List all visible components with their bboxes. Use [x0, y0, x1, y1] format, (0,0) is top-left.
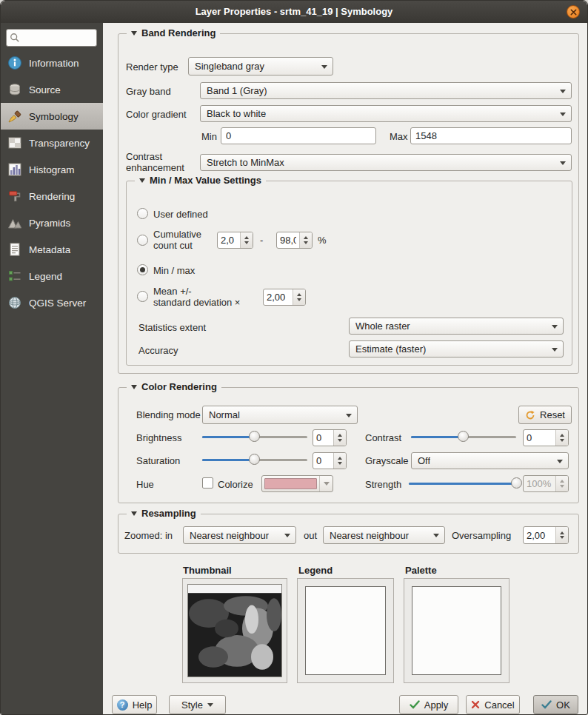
collapse-triangle-icon[interactable]: [131, 511, 137, 516]
search-input[interactable]: [23, 32, 93, 44]
gray-band-combobox[interactable]: Band 1 (Gray): [200, 82, 572, 99]
strength-spinbox[interactable]: [523, 475, 569, 492]
spin-input[interactable]: [264, 289, 293, 305]
close-button[interactable]: [567, 5, 580, 19]
blending-mode-combobox[interactable]: Normal: [202, 406, 358, 424]
saturation-slider[interactable]: [202, 454, 307, 466]
spin-up-icon[interactable]: [297, 291, 301, 296]
contrast-slider[interactable]: [411, 431, 516, 443]
spin-buttons: [555, 476, 568, 491]
max-input[interactable]: [410, 127, 572, 144]
spin-up-icon[interactable]: [244, 234, 249, 239]
brightness-spinbox[interactable]: [313, 429, 347, 446]
sidebar-search[interactable]: [6, 29, 97, 47]
spin-up-icon[interactable]: [338, 432, 342, 437]
sidebar-item-rendering[interactable]: Rendering: [1, 183, 103, 209]
spin-input[interactable]: [313, 453, 333, 469]
symbology-icon: [7, 109, 22, 124]
mean-std-radio[interactable]: [137, 291, 148, 302]
mean-std-spinbox[interactable]: [263, 289, 306, 306]
spin-buttons[interactable]: [299, 232, 312, 248]
accuracy-combobox[interactable]: Estimate (faster): [349, 340, 564, 358]
spin-up-icon[interactable]: [560, 432, 564, 437]
chevron-down-icon: [560, 161, 566, 165]
cancel-button[interactable]: Cancel: [466, 695, 520, 714]
sidebar-item-metadata[interactable]: Metadata: [1, 236, 103, 263]
apply-button[interactable]: Apply: [399, 695, 458, 714]
spin-down-icon[interactable]: [304, 241, 308, 246]
spin-down-icon[interactable]: [338, 462, 342, 467]
statistics-extent-combobox[interactable]: Whole raster: [349, 318, 564, 335]
sidebar-item-histogram[interactable]: Histogram: [1, 156, 103, 183]
color-dropdown[interactable]: [319, 476, 333, 491]
render-type-combobox[interactable]: Singleband gray: [188, 57, 333, 75]
help-button[interactable]: ? Help: [112, 695, 157, 714]
spin-buttons[interactable]: [555, 527, 568, 543]
min-label: Min: [201, 131, 217, 142]
slider-handle[interactable]: [511, 477, 522, 489]
spin-down-icon[interactable]: [244, 241, 249, 246]
color-gradient-combobox[interactable]: Black to white: [200, 105, 572, 122]
colorize-color-button[interactable]: [261, 475, 333, 492]
spin-down-icon[interactable]: [560, 439, 564, 444]
cumulative-count-cut-radio[interactable]: [137, 235, 148, 246]
spin-buttons[interactable]: [240, 232, 253, 248]
style-button[interactable]: Style: [169, 695, 226, 714]
grayscale-combobox[interactable]: Off: [411, 452, 569, 469]
titlebar[interactable]: Layer Properties - srtm_41_19 | Symbolog…: [1, 1, 587, 23]
cumulative-max-spinbox[interactable]: [276, 232, 313, 249]
spin-down-icon[interactable]: [338, 439, 342, 444]
user-defined-radio[interactable]: [137, 208, 148, 219]
min-max-radio[interactable]: [137, 264, 148, 275]
oversampling-spinbox[interactable]: [523, 526, 569, 544]
spin-down-icon[interactable]: [560, 536, 564, 541]
slider-handle[interactable]: [458, 431, 469, 442]
chevron-down-icon: [321, 65, 327, 69]
sidebar-item-legend[interactable]: Legend: [1, 263, 103, 289]
spin-input[interactable]: [218, 232, 240, 248]
slider-handle[interactable]: [249, 454, 260, 465]
spin-down-icon[interactable]: [297, 298, 301, 303]
sidebar-item-information[interactable]: Information: [1, 50, 103, 76]
spin-buttons[interactable]: [333, 430, 346, 446]
minmax-settings-title: Min / Max Value Settings: [135, 175, 266, 186]
spin-buttons[interactable]: [293, 289, 305, 305]
saturation-spinbox[interactable]: [313, 452, 347, 469]
ok-button[interactable]: OK: [533, 695, 578, 714]
colorize-checkbox[interactable]: [202, 477, 213, 489]
cumulative-min-spinbox[interactable]: [217, 232, 253, 249]
spin-input: [524, 476, 555, 491]
spin-up-icon[interactable]: [560, 529, 564, 534]
contrast-spinbox[interactable]: [523, 429, 569, 446]
spin-up-icon[interactable]: [304, 234, 308, 239]
sidebar-item-symbology[interactable]: Symbology: [1, 103, 103, 130]
style-button-label: Style: [181, 699, 203, 711]
slider-handle[interactable]: [249, 431, 260, 442]
spin-buttons[interactable]: [333, 453, 346, 469]
zoomed-in-label: Zoomed: in: [124, 530, 173, 541]
collapse-triangle-icon[interactable]: [131, 385, 137, 389]
contrast-enhancement-combobox[interactable]: Stretch to MinMax: [200, 154, 572, 171]
apply-check-icon: [410, 700, 420, 709]
spin-input[interactable]: [313, 430, 333, 446]
min-input[interactable]: [221, 127, 376, 144]
sidebar-item-pyramids[interactable]: Pyramids: [1, 209, 103, 236]
slider-fill: [202, 436, 255, 438]
zoomed-out-combobox[interactable]: Nearest neighbour: [323, 526, 445, 544]
sidebar-item-qgis-server[interactable]: QGIS Server: [1, 289, 103, 316]
spin-up-icon[interactable]: [338, 454, 342, 460]
zoomed-in-combobox[interactable]: Nearest neighbour: [183, 526, 296, 544]
collapse-triangle-icon[interactable]: [139, 178, 145, 183]
sidebar-item-transparency[interactable]: Transparency: [1, 130, 103, 156]
strength-slider[interactable]: [409, 477, 517, 489]
spin-input[interactable]: [524, 527, 555, 543]
sidebar-item-source[interactable]: Source: [1, 76, 103, 103]
spin-buttons[interactable]: [555, 430, 568, 446]
collapse-triangle-icon[interactable]: [131, 31, 137, 36]
spin-input[interactable]: [524, 430, 555, 446]
reset-button[interactable]: Reset: [518, 406, 572, 424]
chevron-down-icon: [207, 703, 213, 707]
spin-input[interactable]: [277, 232, 299, 248]
brightness-slider[interactable]: [202, 431, 307, 443]
server-globe-icon: [7, 295, 22, 310]
